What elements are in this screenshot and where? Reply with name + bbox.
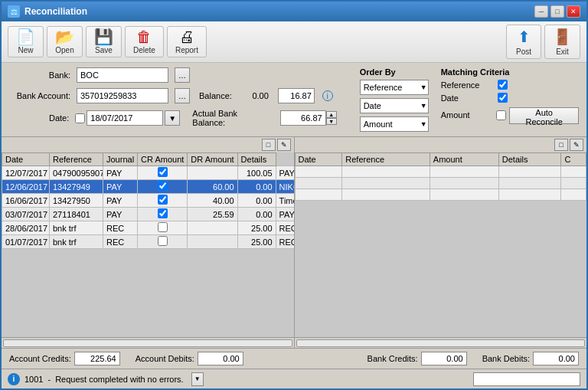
col-dr-amount: DR Amount	[188, 153, 237, 166]
cell-cr-amount	[188, 166, 237, 180]
left-table-container[interactable]: Date Reference Journal CR Amount DR Amou…	[2, 152, 294, 337]
left-table-row[interactable]: 12/07/2017 04790095907 PAY 100.05 PAYMEN…	[2, 166, 294, 180]
matching-criteria-title: Matching Criteria	[441, 67, 579, 77]
right-panel-btn2[interactable]: ✎	[570, 139, 583, 151]
cell-checkbox[interactable]	[138, 208, 188, 221]
bank-account-browse-button[interactable]: …	[175, 88, 190, 103]
cell-details: RECEIPTS - 22	[276, 235, 293, 249]
status-dropdown-button[interactable]: ▼	[191, 372, 204, 386]
account-debits-label: Account Debits:	[136, 354, 194, 363]
cell-reference: bnk trf	[50, 235, 103, 249]
order-by-reference-select[interactable]: Reference Date Amount	[360, 80, 429, 95]
cell-date: 03/07/2017	[2, 208, 50, 221]
right-table-row[interactable]	[295, 178, 586, 189]
left-table: Date Reference Journal CR Amount DR Amou…	[2, 152, 294, 249]
right-table-row[interactable]	[295, 166, 586, 178]
left-scrollbar[interactable]	[3, 339, 292, 347]
cell-checkbox[interactable]	[138, 166, 188, 180]
right-panel-btn1[interactable]: □	[554, 139, 568, 151]
save-button[interactable]: 💾 Save	[86, 26, 122, 57]
cell-date: 12/07/2017	[2, 166, 50, 180]
bank-debits-value	[533, 352, 579, 365]
account-credits-label: Account Credits:	[9, 354, 71, 363]
post-icon: ⬆	[518, 28, 531, 46]
cell-journal: PAY	[103, 180, 138, 194]
left-panel-toolbar: □ ✎	[2, 137, 294, 152]
cell-dr-amount: 0.00	[237, 194, 276, 208]
right-table: Date Reference Amount Details C	[295, 152, 587, 201]
cell-checkbox[interactable]	[138, 180, 188, 194]
col-amount-right: Amount	[430, 153, 498, 166]
cell-checkbox[interactable]	[138, 194, 188, 208]
cell-dr-amount: 0.00	[237, 208, 276, 221]
status-bar: i 1001 - Request completed with no error…	[2, 369, 586, 388]
left-table-row[interactable]: 16/06/2017 13427950 PAY 40.00 0.00 Timot…	[2, 194, 294, 208]
col-date-right: Date	[295, 153, 342, 166]
col-reference-right: Reference	[342, 153, 430, 166]
bank-browse-button[interactable]: …	[175, 67, 190, 83]
title-bar: ⚖ Reconciliation ─ □ ✕	[2, 2, 586, 21]
left-table-row[interactable]: 28/06/2017 bnk trf REC 25.00 RECEIPTS - …	[2, 221, 294, 235]
cell-reference: 27118401	[50, 208, 103, 221]
cell-date: 12/06/2017	[2, 180, 50, 194]
report-button[interactable]: 🖨 Report	[167, 26, 207, 57]
cell-checkbox[interactable]	[138, 235, 188, 249]
cell-checkbox[interactable]	[138, 221, 188, 235]
left-panel-btn2[interactable]: ✎	[277, 139, 291, 151]
col-cr-amount: CR Amount	[138, 153, 188, 166]
cell-dr-amount: 25.00	[237, 235, 276, 249]
cell-journal: PAY	[103, 166, 138, 180]
left-table-row[interactable]: 12/06/2017 13427949 PAY 60.00 0.00 NIKOS…	[2, 180, 294, 194]
cell-reference: 04790095907	[50, 166, 103, 180]
exit-button[interactable]: 🚪 Exit	[544, 25, 580, 59]
col-journal-left: Journal	[103, 153, 138, 166]
right-scrollbar[interactable]	[296, 339, 586, 347]
status-message: Request completed with no errors.	[55, 375, 184, 384]
spin-up-button[interactable]: ▲	[326, 111, 337, 118]
cell-cr-amount	[188, 221, 237, 235]
cell-journal: PAY	[103, 208, 138, 221]
cell-dr-amount: 100.05	[237, 166, 276, 180]
delete-button[interactable]: 🗑 Delete	[125, 26, 164, 57]
date-label: Date:	[9, 113, 69, 123]
new-button[interactable]: 📄 New	[8, 26, 44, 57]
matching-amount-label: Amount	[441, 110, 494, 120]
left-panel-btn1[interactable]: □	[262, 139, 276, 151]
right-table-container[interactable]: Date Reference Amount Details C	[295, 152, 587, 337]
status-icon: i	[8, 373, 20, 385]
left-table-row[interactable]: 03/07/2017 27118401 PAY 25.59 0.00 PAYME…	[2, 208, 294, 221]
matching-date-checkbox[interactable]	[498, 93, 508, 103]
bank-credits-label: Bank Credits:	[368, 354, 418, 363]
open-label: Open	[55, 46, 74, 54]
matching-amount-checkbox[interactable]	[496, 110, 506, 120]
col-c-right: C	[561, 153, 586, 166]
status-right-input[interactable]	[473, 372, 580, 386]
matching-reference-checkbox[interactable]	[498, 80, 508, 90]
new-icon: 📄	[16, 29, 35, 44]
left-table-row[interactable]: 01/07/2017 bnk trf REC 25.00 RECEIPTS - …	[2, 235, 294, 249]
date-input[interactable]	[87, 110, 163, 126]
post-button[interactable]: ⬆ Post	[506, 25, 541, 59]
close-button[interactable]: ✕	[567, 5, 580, 18]
date-dropdown-button[interactable]: ▼	[165, 110, 180, 126]
auto-reconcile-button[interactable]: Auto Reconcile	[509, 107, 579, 124]
date-checkbox[interactable]	[75, 113, 85, 123]
open-button[interactable]: 📂 Open	[47, 26, 83, 57]
bank-account-input[interactable]	[77, 88, 168, 103]
matching-date-label: Date	[441, 93, 495, 103]
bank-input[interactable]	[77, 67, 168, 83]
cell-dr-amount: 25.00	[237, 221, 276, 235]
balance-value: 0.00	[238, 91, 269, 100]
spin-down-button[interactable]: ▼	[326, 118, 337, 125]
actual-bank-balance-input[interactable]	[280, 110, 326, 126]
cell-cr-amount: 25.59	[188, 208, 237, 221]
right-table-row[interactable]	[295, 189, 586, 201]
window-title: Reconciliation	[24, 6, 87, 17]
col-reference-left: Reference	[50, 153, 103, 166]
minimize-button[interactable]: ─	[534, 5, 548, 18]
order-by-amount-select[interactable]: Amount Reference Date	[360, 116, 429, 132]
order-by-date-select[interactable]: Date Reference Amount	[360, 98, 429, 113]
maximize-button[interactable]: □	[550, 5, 564, 18]
cell-details: PAYMENTS - 3	[276, 166, 293, 180]
balance-right: 16.87	[278, 88, 315, 103]
